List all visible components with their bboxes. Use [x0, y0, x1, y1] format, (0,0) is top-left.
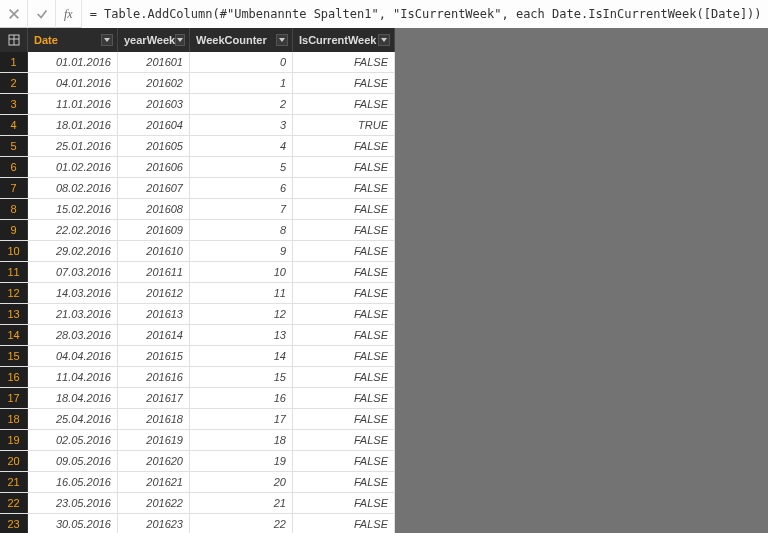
cell-weekcounter[interactable]: 1 — [190, 73, 293, 93]
cell-yearweek[interactable]: 201617 — [118, 388, 190, 408]
cell-weekcounter[interactable]: 7 — [190, 199, 293, 219]
cell-weekcounter[interactable]: 5 — [190, 157, 293, 177]
cell-date[interactable]: 01.02.2016 — [28, 157, 118, 177]
cell-weekcounter[interactable]: 21 — [190, 493, 293, 513]
cell-yearweek[interactable]: 201622 — [118, 493, 190, 513]
table-row[interactable]: 101.01.20162016010FALSE — [0, 52, 395, 73]
cell-yearweek[interactable]: 201615 — [118, 346, 190, 366]
cell-yearweek[interactable]: 201610 — [118, 241, 190, 261]
cell-weekcounter[interactable]: 16 — [190, 388, 293, 408]
cell-yearweek[interactable]: 201619 — [118, 430, 190, 450]
table-row[interactable]: 2330.05.201620162322FALSE — [0, 514, 395, 533]
cell-iscurrentweek[interactable]: FALSE — [293, 283, 395, 303]
cell-weekcounter[interactable]: 17 — [190, 409, 293, 429]
cell-date[interactable]: 23.05.2016 — [28, 493, 118, 513]
cell-yearweek[interactable]: 201603 — [118, 94, 190, 114]
cell-weekcounter[interactable]: 8 — [190, 220, 293, 240]
cell-weekcounter[interactable]: 13 — [190, 325, 293, 345]
cell-date[interactable]: 28.03.2016 — [28, 325, 118, 345]
cell-iscurrentweek[interactable]: FALSE — [293, 325, 395, 345]
cell-date[interactable]: 11.04.2016 — [28, 367, 118, 387]
table-row[interactable]: 1321.03.201620161312FALSE — [0, 304, 395, 325]
cell-date[interactable]: 25.01.2016 — [28, 136, 118, 156]
table-row[interactable]: 525.01.20162016054FALSE — [0, 136, 395, 157]
cell-date[interactable]: 18.01.2016 — [28, 115, 118, 135]
cell-yearweek[interactable]: 201604 — [118, 115, 190, 135]
table-row[interactable]: 204.01.20162016021FALSE — [0, 73, 395, 94]
cell-date[interactable]: 16.05.2016 — [28, 472, 118, 492]
cell-yearweek[interactable]: 201608 — [118, 199, 190, 219]
cell-date[interactable]: 09.05.2016 — [28, 451, 118, 471]
cell-yearweek[interactable]: 201609 — [118, 220, 190, 240]
cell-iscurrentweek[interactable]: FALSE — [293, 178, 395, 198]
cell-yearweek[interactable]: 201621 — [118, 472, 190, 492]
table-row[interactable]: 1902.05.201620161918FALSE — [0, 430, 395, 451]
cell-weekcounter[interactable]: 22 — [190, 514, 293, 533]
cell-yearweek[interactable]: 201618 — [118, 409, 190, 429]
cell-yearweek[interactable]: 201607 — [118, 178, 190, 198]
cell-weekcounter[interactable]: 12 — [190, 304, 293, 324]
cell-date[interactable]: 21.03.2016 — [28, 304, 118, 324]
cell-weekcounter[interactable]: 19 — [190, 451, 293, 471]
formula-input[interactable] — [82, 0, 768, 28]
cell-yearweek[interactable]: 201606 — [118, 157, 190, 177]
cell-date[interactable]: 01.01.2016 — [28, 52, 118, 72]
cell-iscurrentweek[interactable]: FALSE — [293, 262, 395, 282]
cancel-button[interactable] — [0, 0, 28, 28]
cell-yearweek[interactable]: 201623 — [118, 514, 190, 533]
table-row[interactable]: 1107.03.201620161110FALSE — [0, 262, 395, 283]
column-header-weekcounter[interactable]: WeekCounter — [190, 28, 293, 52]
cell-weekcounter[interactable]: 3 — [190, 115, 293, 135]
cell-iscurrentweek[interactable]: FALSE — [293, 94, 395, 114]
cell-yearweek[interactable]: 201613 — [118, 304, 190, 324]
cell-date[interactable]: 18.04.2016 — [28, 388, 118, 408]
cell-yearweek[interactable]: 201620 — [118, 451, 190, 471]
cell-iscurrentweek[interactable]: FALSE — [293, 514, 395, 533]
cell-iscurrentweek[interactable]: FALSE — [293, 388, 395, 408]
table-row[interactable]: 2009.05.201620162019FALSE — [0, 451, 395, 472]
cell-weekcounter[interactable]: 4 — [190, 136, 293, 156]
cell-iscurrentweek[interactable]: FALSE — [293, 430, 395, 450]
cell-iscurrentweek[interactable]: FALSE — [293, 367, 395, 387]
table-row[interactable]: 1611.04.201620161615FALSE — [0, 367, 395, 388]
cell-iscurrentweek[interactable]: FALSE — [293, 52, 395, 72]
column-header-iscurrentweek[interactable]: IsCurrentWeek — [293, 28, 395, 52]
table-row[interactable]: 1718.04.201620161716FALSE — [0, 388, 395, 409]
cell-iscurrentweek[interactable]: FALSE — [293, 73, 395, 93]
cell-iscurrentweek[interactable]: FALSE — [293, 199, 395, 219]
cell-yearweek[interactable]: 201601 — [118, 52, 190, 72]
cell-date[interactable]: 25.04.2016 — [28, 409, 118, 429]
cell-weekcounter[interactable]: 18 — [190, 430, 293, 450]
cell-weekcounter[interactable]: 2 — [190, 94, 293, 114]
cell-yearweek[interactable]: 201605 — [118, 136, 190, 156]
table-row[interactable]: 2223.05.201620162221FALSE — [0, 493, 395, 514]
cell-date[interactable]: 04.04.2016 — [28, 346, 118, 366]
filter-button[interactable] — [175, 34, 185, 46]
column-header-yearweek[interactable]: yearWeek — [118, 28, 190, 52]
table-menu-button[interactable] — [0, 28, 28, 52]
table-row[interactable]: 2116.05.201620162120FALSE — [0, 472, 395, 493]
table-row[interactable]: 1029.02.20162016109FALSE — [0, 241, 395, 262]
table-row[interactable]: 418.01.20162016043TRUE — [0, 115, 395, 136]
table-row[interactable]: 601.02.20162016065FALSE — [0, 157, 395, 178]
cell-date[interactable]: 29.02.2016 — [28, 241, 118, 261]
cell-iscurrentweek[interactable]: FALSE — [293, 409, 395, 429]
column-header-date[interactable]: Date — [28, 28, 118, 52]
cell-iscurrentweek[interactable]: FALSE — [293, 304, 395, 324]
cell-date[interactable]: 07.03.2016 — [28, 262, 118, 282]
table-row[interactable]: 815.02.20162016087FALSE — [0, 199, 395, 220]
table-row[interactable]: 1214.03.201620161211FALSE — [0, 283, 395, 304]
table-row[interactable]: 1428.03.201620161413FALSE — [0, 325, 395, 346]
cell-weekcounter[interactable]: 9 — [190, 241, 293, 261]
cell-iscurrentweek[interactable]: FALSE — [293, 220, 395, 240]
cell-weekcounter[interactable]: 6 — [190, 178, 293, 198]
cell-weekcounter[interactable]: 15 — [190, 367, 293, 387]
cell-iscurrentweek[interactable]: FALSE — [293, 493, 395, 513]
cell-weekcounter[interactable]: 14 — [190, 346, 293, 366]
cell-date[interactable]: 22.02.2016 — [28, 220, 118, 240]
cell-date[interactable]: 04.01.2016 — [28, 73, 118, 93]
table-row[interactable]: 922.02.20162016098FALSE — [0, 220, 395, 241]
cell-iscurrentweek[interactable]: FALSE — [293, 136, 395, 156]
confirm-button[interactable] — [28, 0, 56, 28]
table-row[interactable]: 1825.04.201620161817FALSE — [0, 409, 395, 430]
